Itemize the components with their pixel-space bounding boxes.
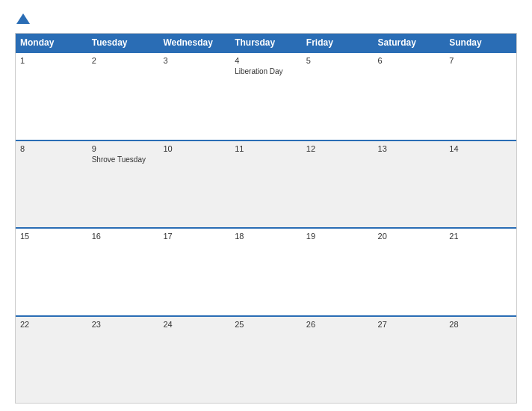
day-cell-19: 19: [302, 229, 374, 315]
day-number: 12: [306, 144, 369, 153]
day-number: 20: [378, 232, 441, 241]
day-number: 18: [235, 232, 297, 241]
weeks-container: 1234Liberation Day56789Shrove Tuesday101…: [16, 52, 516, 403]
day-cell-4: 4Liberation Day: [230, 53, 302, 140]
week-row-0: 1234Liberation Day567: [16, 52, 516, 140]
day-number: 1: [20, 56, 83, 65]
day-cell-21: 21: [445, 229, 516, 315]
day-cell-13: 13: [374, 141, 445, 228]
day-cell-17: 17: [158, 229, 230, 315]
day-header-friday: Friday: [302, 34, 374, 52]
day-cell-8: 8: [16, 141, 87, 228]
day-number: 28: [449, 320, 512, 329]
day-number: 8: [20, 144, 83, 153]
day-cell-28: 28: [445, 317, 516, 404]
day-cell-15: 15: [16, 229, 87, 315]
day-number: 25: [235, 320, 297, 329]
day-cell-22: 22: [16, 317, 87, 404]
day-number: 3: [163, 56, 226, 65]
calendar-page: MondayTuesdayWednesdayThursdayFridaySatu…: [0, 0, 532, 411]
day-header-tuesday: Tuesday: [87, 34, 159, 52]
day-number: 11: [235, 144, 297, 153]
day-header-sunday: Sunday: [445, 34, 516, 52]
event-label: Liberation Day: [235, 67, 297, 76]
day-number: 2: [92, 56, 155, 65]
calendar-grid: MondayTuesdayWednesdayThursdayFridaySatu…: [15, 33, 517, 404]
day-number: 21: [449, 232, 512, 241]
day-header-wednesday: Wednesday: [158, 34, 230, 52]
day-cell-24: 24: [158, 317, 230, 404]
day-cell-10: 10: [158, 141, 230, 228]
day-number: 19: [306, 232, 369, 241]
day-cell-3: 3: [158, 53, 230, 140]
day-number: 9: [92, 144, 155, 153]
day-header-monday: Monday: [16, 34, 87, 52]
day-cell-11: 11: [230, 141, 302, 228]
day-number: 15: [20, 232, 83, 241]
day-cell-2: 2: [87, 53, 159, 140]
day-cell-20: 20: [374, 229, 445, 315]
week-row-3: 22232425262728: [16, 315, 516, 404]
day-number: 26: [306, 320, 369, 329]
day-cell-9: 9Shrove Tuesday: [87, 141, 159, 228]
day-cell-1: 1: [16, 53, 87, 140]
day-cell-14: 14: [445, 141, 516, 228]
day-number: 23: [92, 320, 155, 329]
day-number: 4: [235, 56, 297, 65]
week-row-2: 15161718192021: [16, 227, 516, 315]
week-row-1: 89Shrove Tuesday1011121314: [16, 140, 516, 228]
day-cell-16: 16: [87, 229, 159, 315]
day-number: 13: [378, 144, 441, 153]
day-number: 24: [163, 320, 226, 329]
day-cell-26: 26: [302, 317, 374, 404]
logo: [15, 13, 30, 25]
day-cell-5: 5: [302, 53, 374, 140]
day-cell-6: 6: [374, 53, 445, 140]
day-number: 10: [163, 144, 226, 153]
day-cell-18: 18: [230, 229, 302, 315]
day-header-saturday: Saturday: [374, 34, 445, 52]
day-number: 14: [449, 144, 512, 153]
day-number: 5: [306, 56, 369, 65]
day-cell-25: 25: [230, 317, 302, 404]
header: [15, 13, 517, 25]
day-cell-23: 23: [87, 317, 159, 404]
day-number: 22: [20, 320, 83, 329]
day-number: 7: [449, 56, 512, 65]
day-number: 6: [378, 56, 441, 65]
day-cell-7: 7: [445, 53, 516, 140]
day-number: 27: [378, 320, 441, 329]
day-header-thursday: Thursday: [230, 34, 302, 52]
logo-triangle-icon: [16, 13, 30, 24]
day-cell-12: 12: [302, 141, 374, 228]
day-number: 17: [163, 232, 226, 241]
day-cell-27: 27: [374, 317, 445, 404]
day-number: 16: [92, 232, 155, 241]
event-label: Shrove Tuesday: [92, 155, 155, 164]
day-headers-row: MondayTuesdayWednesdayThursdayFridaySatu…: [16, 34, 516, 52]
